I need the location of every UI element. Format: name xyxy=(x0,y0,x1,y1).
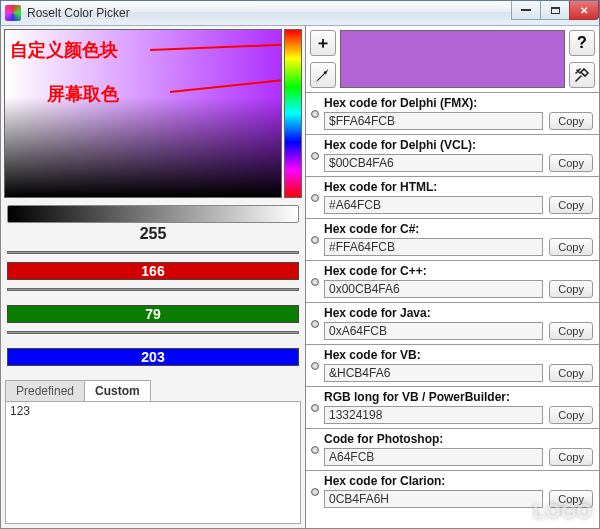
hex-label: Hex code for Java: xyxy=(324,306,593,320)
hex-row: Code for Photoshop:Copy xyxy=(306,428,599,470)
eyedropper-button[interactable] xyxy=(310,62,336,88)
left-icon-column: ＋ xyxy=(310,30,336,88)
hex-input[interactable] xyxy=(324,280,543,298)
copy-button[interactable]: Copy xyxy=(549,448,593,466)
titlebar: Roselt Color Picker ✕ xyxy=(0,0,600,26)
copy-button[interactable]: Copy xyxy=(549,196,593,214)
svg-line-0 xyxy=(150,44,282,50)
hex-row: Hex code for HTML:Copy xyxy=(306,176,599,218)
hex-label: Code for Photoshop: xyxy=(324,432,593,446)
copy-button[interactable]: Copy xyxy=(549,490,593,508)
green-track[interactable] xyxy=(7,288,299,291)
hex-input[interactable] xyxy=(324,154,543,172)
right-panel: ＋ ? Hex code for Delphi (FMX):CopyHex co… xyxy=(306,26,600,529)
blue-value: 203 xyxy=(141,349,164,365)
hex-input[interactable] xyxy=(324,448,543,466)
hex-label: Hex code for Clarion: xyxy=(324,474,593,488)
hex-label: Hex code for Delphi (VCL): xyxy=(324,138,593,152)
green-value: 79 xyxy=(145,306,161,322)
hex-row: Hex code for Delphi (VCL):Copy xyxy=(306,134,599,176)
add-color-button[interactable]: ＋ xyxy=(310,30,336,56)
hex-row: Hex code for C#:Copy xyxy=(306,218,599,260)
hex-input[interactable] xyxy=(324,112,543,130)
custom-text: 123 xyxy=(10,404,30,418)
annotation-screen-pick: 屏幕取色 xyxy=(47,82,119,106)
hex-row: Hex code for VB:Copy xyxy=(306,344,599,386)
tab-custom[interactable]: Custom xyxy=(84,380,151,401)
tabstrip: Predefined Custom xyxy=(5,380,301,402)
hex-input[interactable] xyxy=(324,322,543,340)
hex-input[interactable] xyxy=(324,238,543,256)
alpha-value: 255 xyxy=(1,225,305,243)
green-slider[interactable]: 79 xyxy=(7,305,299,323)
copy-button[interactable]: Copy xyxy=(549,112,593,130)
close-button[interactable]: ✕ xyxy=(569,1,599,20)
hex-row: Hex code for C++:Copy xyxy=(306,260,599,302)
color-picker-row: 自定义颜色块 屏幕取色 xyxy=(1,26,305,201)
color-field[interactable]: 自定义颜色块 屏幕取色 xyxy=(4,29,282,198)
hex-input[interactable] xyxy=(324,196,543,214)
hex-label: Hex code for Delphi (FMX): xyxy=(324,96,593,110)
hex-input[interactable] xyxy=(324,364,543,382)
hex-label: Hex code for VB: xyxy=(324,348,593,362)
tools-icon xyxy=(574,67,590,83)
window-controls: ✕ xyxy=(512,1,599,21)
alpha-slider[interactable] xyxy=(7,205,299,223)
red-slider[interactable]: 166 xyxy=(7,262,299,280)
copy-button[interactable]: Copy xyxy=(549,238,593,256)
tab-predefined[interactable]: Predefined xyxy=(5,380,85,401)
client-area: 自定义颜色块 屏幕取色 255 166 79 203 Predefined Cu… xyxy=(0,26,600,529)
red-track[interactable] xyxy=(7,251,299,254)
annotation-arrows xyxy=(5,30,282,198)
copy-button[interactable]: Copy xyxy=(549,364,593,382)
plus-icon: ＋ xyxy=(315,33,331,54)
settings-button[interactable] xyxy=(569,62,595,88)
app-icon xyxy=(5,5,21,21)
copy-button[interactable]: Copy xyxy=(549,406,593,424)
hex-label: Hex code for HTML: xyxy=(324,180,593,194)
help-button[interactable]: ? xyxy=(569,30,595,56)
maximize-button[interactable] xyxy=(540,1,570,20)
svg-line-1 xyxy=(170,78,282,92)
right-icon-column: ? xyxy=(569,30,595,88)
hex-input[interactable] xyxy=(324,406,543,424)
hex-list: Hex code for Delphi (FMX):CopyHex code f… xyxy=(306,92,599,528)
help-icon: ? xyxy=(577,34,587,52)
minimize-button[interactable] xyxy=(511,1,541,20)
preview-row: ＋ ? xyxy=(306,26,599,92)
copy-button[interactable]: Copy xyxy=(549,322,593,340)
blue-slider[interactable]: 203 xyxy=(7,348,299,366)
copy-button[interactable]: Copy xyxy=(549,154,593,172)
hex-row: Hex code for Clarion:Copy xyxy=(306,470,599,512)
hex-row: Hex code for Java:Copy xyxy=(306,302,599,344)
eyedropper-icon xyxy=(315,67,331,83)
hex-label: Hex code for C#: xyxy=(324,222,593,236)
hue-slider[interactable] xyxy=(284,29,302,198)
red-value: 166 xyxy=(141,263,164,279)
tab-body: 123 xyxy=(5,402,301,524)
hex-row: Hex code for Delphi (FMX):Copy xyxy=(306,92,599,134)
annotation-custom-block: 自定义颜色块 xyxy=(10,38,118,62)
copy-button[interactable]: Copy xyxy=(549,280,593,298)
window-title: Roselt Color Picker xyxy=(27,6,130,20)
hex-row: RGB long for VB / PowerBuilder:Copy xyxy=(306,386,599,428)
hex-label: RGB long for VB / PowerBuilder: xyxy=(324,390,593,404)
left-panel: 自定义颜色块 屏幕取色 255 166 79 203 Predefined Cu… xyxy=(0,26,306,529)
color-swatch xyxy=(340,30,565,88)
hex-label: Hex code for C++: xyxy=(324,264,593,278)
hex-input[interactable] xyxy=(324,490,543,508)
blue-track[interactable] xyxy=(7,331,299,334)
